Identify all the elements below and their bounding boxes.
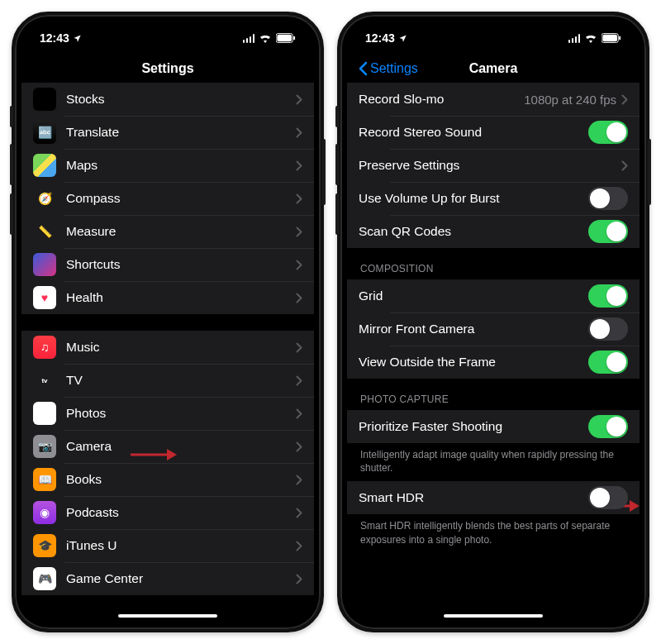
- camera-icon: 📷: [33, 435, 56, 458]
- phone-right: 12:43 Settings Camera Record Slo-mo 1080…: [337, 12, 649, 632]
- row-label: Use Volume Up for Burst: [359, 191, 588, 206]
- volume-burst-toggle[interactable]: [588, 187, 628, 210]
- camera-row-scan-qr[interactable]: Scan QR Codes: [347, 215, 640, 248]
- measure-icon: 📏: [33, 220, 56, 243]
- chevron-right-icon: [296, 342, 302, 353]
- grid-toggle[interactable]: [588, 284, 628, 308]
- photos-icon: ❀: [33, 402, 56, 425]
- settings-row-label: Compass: [66, 191, 296, 206]
- music-icon: ♫: [33, 336, 56, 359]
- view-outside-toggle[interactable]: [588, 351, 628, 374]
- prioritize-faster-toggle[interactable]: [588, 415, 628, 438]
- chevron-right-icon: [296, 127, 302, 138]
- settings-row-translate[interactable]: 🔤 Translate: [21, 116, 314, 149]
- camera-row-prioritize-faster[interactable]: Prioritize Faster Shooting: [347, 410, 640, 443]
- smart-hdr-toggle[interactable]: [588, 486, 628, 509]
- camera-row-preserve-settings[interactable]: Preserve Settings: [347, 149, 640, 182]
- row-value: 1080p at 240 fps: [524, 93, 616, 107]
- chevron-right-icon: [296, 375, 302, 386]
- compass-icon: 🧭: [33, 187, 56, 210]
- camera-row-record-stereo[interactable]: Record Stereo Sound: [347, 116, 640, 149]
- svg-rect-7: [619, 36, 621, 41]
- settings-row-shortcuts[interactable]: Shortcuts: [21, 248, 314, 281]
- itunesu-icon: 🎓: [33, 534, 56, 557]
- settings-row-measure[interactable]: 📏 Measure: [21, 215, 314, 248]
- settings-row-stocks[interactable]: Stocks: [21, 83, 314, 116]
- wifi-icon: [259, 33, 272, 43]
- settings-row-podcasts[interactable]: ◉ Podcasts: [21, 496, 314, 529]
- settings-row-health[interactable]: ♥ Health: [21, 281, 314, 314]
- home-indicator[interactable]: [118, 614, 217, 618]
- settings-row-label: Translate: [66, 125, 296, 140]
- camera-row-mirror-front[interactable]: Mirror Front Camera: [347, 312, 640, 346]
- camera-row-smart-hdr[interactable]: Smart HDR: [347, 481, 640, 514]
- settings-row-music[interactable]: ♫ Music: [21, 331, 314, 364]
- back-button[interactable]: Settings: [359, 61, 418, 76]
- settings-row-compass[interactable]: 🧭 Compass: [21, 182, 314, 215]
- settings-row-books[interactable]: 📖 Books: [21, 463, 314, 496]
- chevron-right-icon: [296, 260, 302, 270]
- row-label: Prioritize Faster Shooting: [359, 419, 588, 434]
- stocks-icon: [33, 88, 56, 111]
- books-icon: 📖: [33, 468, 56, 491]
- chevron-right-icon: [296, 541, 302, 551]
- settings-row-gamecenter[interactable]: 🎮 Game Center: [21, 562, 314, 595]
- status-time: 12:43: [365, 31, 395, 45]
- volume-up-button: [10, 144, 13, 185]
- chevron-right-icon: [296, 94, 302, 105]
- chevron-right-icon: [296, 160, 302, 171]
- settings-row-label: Maps: [66, 158, 296, 173]
- settings-row-label: Music: [66, 340, 296, 355]
- cellular-signal-icon: [243, 34, 255, 43]
- chevron-right-icon: [296, 574, 302, 584]
- battery-icon: [276, 33, 296, 43]
- side-button: [648, 139, 651, 205]
- settings-row-photos[interactable]: ❀ Photos: [21, 397, 314, 430]
- section-header-photo-capture: PHOTO CAPTURE: [347, 379, 640, 410]
- camera-row-volume-burst[interactable]: Use Volume Up for Burst: [347, 182, 640, 215]
- tv-icon: tv: [33, 369, 56, 392]
- chevron-right-icon: [621, 94, 628, 105]
- podcasts-icon: ◉: [33, 501, 56, 524]
- settings-row-itunesu[interactable]: 🎓 iTunes U: [21, 529, 314, 562]
- record-stereo-toggle[interactable]: [588, 121, 628, 144]
- settings-row-camera[interactable]: 📷 Camera: [21, 430, 314, 463]
- row-label: Smart HDR: [359, 490, 588, 505]
- settings-row-maps[interactable]: Maps: [21, 149, 314, 182]
- section-header-composition: COMPOSITION: [347, 248, 640, 279]
- cellular-signal-icon: [568, 34, 581, 43]
- row-label: Preserve Settings: [359, 158, 621, 173]
- health-icon: ♥: [33, 286, 56, 309]
- chevron-right-icon: [621, 160, 628, 171]
- footer-text-faster: Intelligently adapt image quality when r…: [347, 443, 640, 481]
- side-button: [322, 139, 326, 205]
- settings-row-tv[interactable]: tv TV: [21, 364, 314, 397]
- chevron-right-icon: [296, 441, 302, 452]
- phone-left: 12:43 Settings Stocks 🔤 Translate Maps: [12, 12, 324, 632]
- settings-row-label: Shortcuts: [66, 257, 296, 272]
- row-label: Mirror Front Camera: [359, 322, 588, 336]
- camera-row-record-slomo[interactable]: Record Slo-mo 1080p at 240 fps: [347, 83, 640, 116]
- chevron-right-icon: [296, 227, 302, 237]
- maps-icon: [33, 154, 56, 177]
- settings-row-label: TV: [66, 373, 296, 388]
- settings-row-label: Game Center: [66, 571, 296, 586]
- volume-down-button: [10, 193, 13, 235]
- notch: [102, 21, 234, 43]
- row-label: Scan QR Codes: [359, 224, 588, 239]
- mirror-front-toggle[interactable]: [588, 317, 628, 341]
- svg-rect-6: [602, 35, 617, 41]
- row-label: View Outside the Frame: [359, 355, 588, 370]
- location-icon: [398, 34, 407, 43]
- settings-row-label: Books: [66, 472, 296, 487]
- chevron-right-icon: [296, 508, 302, 518]
- chevron-right-icon: [296, 475, 302, 485]
- volume-down-button: [335, 193, 339, 235]
- settings-row-label: Photos: [66, 406, 296, 421]
- home-indicator[interactable]: [444, 614, 543, 618]
- settings-row-label: Health: [66, 290, 296, 305]
- camera-row-view-outside[interactable]: View Outside the Frame: [347, 346, 640, 379]
- scan-qr-toggle[interactable]: [588, 220, 628, 243]
- camera-row-grid[interactable]: Grid: [347, 279, 640, 312]
- settings-row-label: Stocks: [66, 92, 296, 107]
